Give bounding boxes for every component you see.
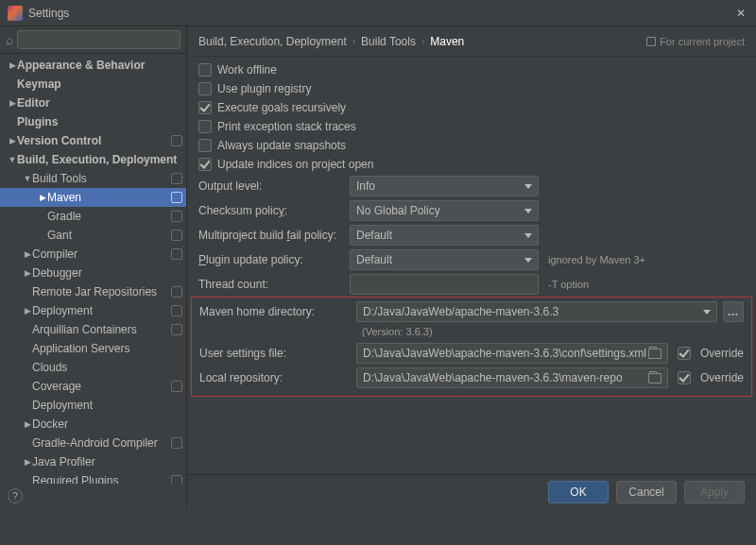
chevron-right-icon: ▶ [23,419,32,429]
chevron-right-icon: ▶ [8,98,17,108]
label-local-repo: Local repository: [199,371,351,384]
tree-item-label: Arquillian Containers [32,323,167,336]
tree-item-label: Remote Jar Repositories [32,285,167,298]
select-checksum[interactable]: No Global Policy [350,200,539,221]
hint-thread-count: -T option [548,279,589,290]
chevron-right-icon: ▶ [23,457,32,467]
chk-update-indices[interactable]: Update indices on project open [198,155,745,174]
tree-item-label: Java Profiler [32,455,182,468]
label-output-level: Output level: [198,179,350,193]
checkbox-icon [198,101,212,114]
tree-item-deployment[interactable]: ▶Deployment [0,301,186,320]
cancel-button[interactable]: Cancel [616,481,677,503]
project-scope-icon [171,437,182,449]
close-icon[interactable]: ✕ [733,7,748,20]
tree-item-label: Required Plugins [32,474,167,484]
tree-item-arquillian-containers[interactable]: Arquillian Containers [0,320,186,339]
tree-item-plugins[interactable]: Plugins [0,112,186,131]
input-user-settings[interactable]: D:\Java\JavaWeb\apache-maven-3.6.3\conf\… [356,343,668,364]
input-maven-home[interactable]: D:/Java/JavaWeb/apache-maven-3.6.3 [356,301,717,322]
dialog-button-bar: OK Cancel Apply [187,474,756,508]
project-icon [646,37,656,46]
tree-item-keymap[interactable]: Keymap [0,75,186,94]
chk-exec-recursively[interactable]: Execute goals recursively [198,98,745,117]
chk-print-stack[interactable]: Print exception stack traces [198,117,745,136]
tree-item-gradle[interactable]: Gradle [0,207,186,226]
search-input[interactable] [17,30,180,49]
select-plugin-update[interactable]: Default [350,249,539,270]
label-multiproject: Multiproject build fail policy: [198,229,350,242]
select-multiproject[interactable]: Default [350,225,539,246]
label-plugin-update: Plugin update policy: [198,253,350,266]
crumb-1[interactable]: Build, Execution, Deployment [198,35,347,48]
folder-icon [648,349,662,359]
chevron-down-icon [703,310,711,315]
tree-item-deployment[interactable]: Deployment [0,396,186,415]
help-icon[interactable]: ? [8,488,23,503]
chk-plugin-registry[interactable]: Use plugin registry [198,79,745,98]
label-user-settings: User settings file: [199,347,351,360]
sidebar: ⌕ ▶Appearance & BehaviorKeymap▶EditorPlu… [0,26,187,508]
tree-item-required-plugins[interactable]: Required Plugins [0,471,186,484]
project-scope-icon [171,286,182,298]
tree-item-label: Plugins [17,115,182,128]
tree-item-coverage[interactable]: Coverage [0,377,186,396]
tree-item-compiler[interactable]: ▶Compiler [0,245,186,264]
tree-item-docker[interactable]: ▶Docker [0,415,186,434]
project-scope-icon [171,192,182,203]
tree-item-debugger[interactable]: ▶Debugger [0,264,186,282]
crumb-3: Maven [430,35,464,48]
chevron-right-icon: ▶ [23,249,32,259]
apply-button[interactable]: Apply [684,481,745,503]
input-thread-count[interactable] [350,274,539,295]
tree-item-label: Editor [17,96,182,110]
checkbox-icon [198,139,212,152]
chk-override-local-repo[interactable]: Override [678,371,744,384]
tree-item-label: Coverage [32,380,167,393]
tree-item-label: Deployment [32,304,167,317]
crumb-2[interactable]: Build Tools [361,35,416,48]
tree-item-version-control[interactable]: ▶Version Control [0,131,186,150]
chevron-down-icon [524,209,532,213]
tree-item-remote-jar-repositories[interactable]: Remote Jar Repositories [0,282,186,301]
chevron-down-icon [524,184,532,189]
label-checksum: Checksum policy: [198,204,350,217]
tree-item-label: Maven [47,191,167,204]
label-thread-count: Thread count: [198,278,350,291]
tree-item-label: Compiler [32,247,167,261]
tree-item-editor[interactable]: ▶Editor [0,94,186,112]
chk-override-user-settings[interactable]: Override [678,347,744,360]
tree-item-clouds[interactable]: Clouds [0,358,186,377]
checkbox-icon [678,347,691,360]
chk-work-offline[interactable]: Work offline [198,60,745,79]
chk-update-snapshots[interactable]: Always update snapshots [198,136,745,155]
browse-button[interactable]: … [723,301,744,322]
maven-version-note: (Version: 3.6.3) [362,324,744,341]
tree-item-application-servers[interactable]: Application Servers [0,339,186,358]
window-title: Settings [28,7,733,20]
input-local-repo[interactable]: D:\Java\JavaWeb\apache-maven-3.6.3\maven… [356,367,668,388]
tree-item-gant[interactable]: Gant [0,226,186,245]
tree-item-java-profiler[interactable]: ▶Java Profiler [0,452,186,471]
tree-item-label: Deployment [32,399,182,412]
tree-item-maven[interactable]: ▶Maven [0,188,186,207]
chevron-right-icon: ▶ [38,193,47,202]
tree-item-label: Gant [47,229,167,242]
project-scope-icon [171,173,182,184]
tree-item-appearance-behavior[interactable]: ▶Appearance & Behavior [0,56,186,75]
tree-item-label: Clouds [32,361,182,374]
ok-button[interactable]: OK [548,481,609,503]
chevron-down-icon [524,233,532,238]
tree-item-build-tools[interactable]: ▼Build Tools [0,169,186,188]
folder-icon [648,373,662,383]
breadcrumb: Build, Execution, Deployment › Build Too… [187,26,756,57]
project-scope-icon [171,305,182,316]
tree-item-gradle-android-compiler[interactable]: Gradle-Android Compiler [0,434,186,452]
hint-plugin-update: ignored by Maven 3+ [548,254,645,265]
project-scope-icon [171,211,182,222]
settings-tree: ▶Appearance & BehaviorKeymap▶EditorPlugi… [0,54,186,484]
checkbox-icon [198,120,212,133]
select-output-level[interactable]: Info [350,176,539,196]
project-scope-icon [171,475,182,484]
tree-item-build-execution-deployment[interactable]: ▼Build, Execution, Deployment [0,150,186,169]
